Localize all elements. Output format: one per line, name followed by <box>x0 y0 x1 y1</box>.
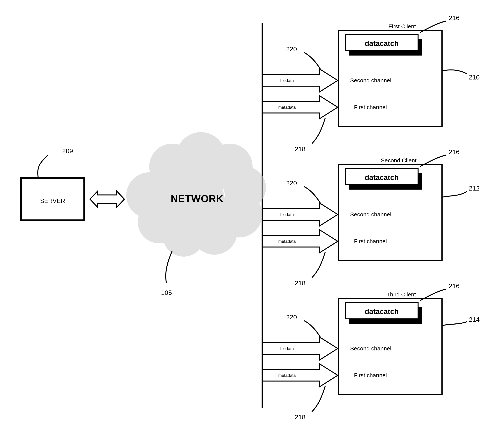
client-1-md-ref-lead <box>312 118 325 144</box>
client-1-fd-ref-lead <box>304 53 322 71</box>
client-3-md-ref: 218 <box>295 414 306 421</box>
client-1-box-ref-lead <box>442 70 467 74</box>
client-1-second-channel: Second channel <box>350 77 391 83</box>
client-2-md-ref: 218 <box>295 279 306 287</box>
client-2-dc-ref: 216 <box>449 148 460 156</box>
client-2: Second Client datacatch Second channel F… <box>263 148 480 287</box>
client-3-filedata-label: filedata <box>280 346 294 351</box>
network-ref-lead <box>166 251 172 283</box>
client-1-first-channel: First channel <box>354 104 387 110</box>
network-label: NETWORK <box>171 193 224 204</box>
client-2-md-ref-lead <box>312 252 325 278</box>
client-2-metadata-arrow: metadata <box>263 230 338 253</box>
server-ref: 209 <box>62 147 73 155</box>
client-3: Third Client datacatch Second channel Fi… <box>263 282 480 421</box>
client-2-box-ref: 212 <box>469 184 480 192</box>
client-1: First Client datacatch Second channel Fi… <box>263 14 480 153</box>
client-3-second-channel: Second channel <box>350 345 391 352</box>
client-3-first-channel: First channel <box>354 372 387 378</box>
client-3-filedata-arrow: filedata <box>263 337 338 360</box>
client-1-filedata-label: filedata <box>280 78 294 83</box>
client-3-datacatch-label: datacatch <box>365 308 399 316</box>
client-2-fd-ref-lead <box>304 187 322 205</box>
client-2-metadata-label: metadata <box>278 239 296 244</box>
client-3-md-ref-lead <box>312 386 325 412</box>
client-1-filedata-arrow: filedata <box>263 69 338 92</box>
client-2-title: Second Client <box>381 157 417 164</box>
client-1-dc-ref: 216 <box>449 14 460 21</box>
client-3-dc-ref: 216 <box>449 282 460 290</box>
client-1-box-ref: 210 <box>469 74 480 81</box>
client-3-fd-ref-lead <box>304 321 322 339</box>
server-network-arrow <box>90 191 124 207</box>
client-2-second-channel: Second channel <box>350 211 391 218</box>
client-2-filedata-arrow: filedata <box>263 203 338 226</box>
network-ref: 105 <box>161 289 172 296</box>
client-1-md-ref: 218 <box>295 145 306 153</box>
client-1-title: First Client <box>388 23 416 29</box>
client-3-box-ref: 214 <box>469 316 480 323</box>
client-1-metadata-label: metadata <box>278 105 296 110</box>
client-3-box-ref-lead <box>442 322 467 326</box>
client-3-metadata-label: metadata <box>278 373 296 378</box>
client-1-fd-ref: 220 <box>286 45 297 53</box>
client-3-metadata-arrow: metadata <box>263 364 338 387</box>
client-2-fd-ref: 220 <box>286 179 297 187</box>
network-cloud: NETWORK 105 <box>126 132 266 296</box>
server-group: SERVER 209 <box>21 147 84 220</box>
client-3-fd-ref: 220 <box>286 313 297 321</box>
server-label: SERVER <box>40 197 65 204</box>
client-2-box-ref-lead <box>442 192 467 197</box>
server-ref-lead <box>38 155 48 178</box>
client-2-datacatch-label: datacatch <box>365 174 399 182</box>
client-2-filedata-label: filedata <box>280 212 294 217</box>
client-3-title: Third Client <box>387 291 416 298</box>
client-1-datacatch-label: datacatch <box>365 39 399 47</box>
client-2-first-channel: First channel <box>354 238 387 244</box>
client-1-metadata-arrow: metadata <box>263 96 338 119</box>
